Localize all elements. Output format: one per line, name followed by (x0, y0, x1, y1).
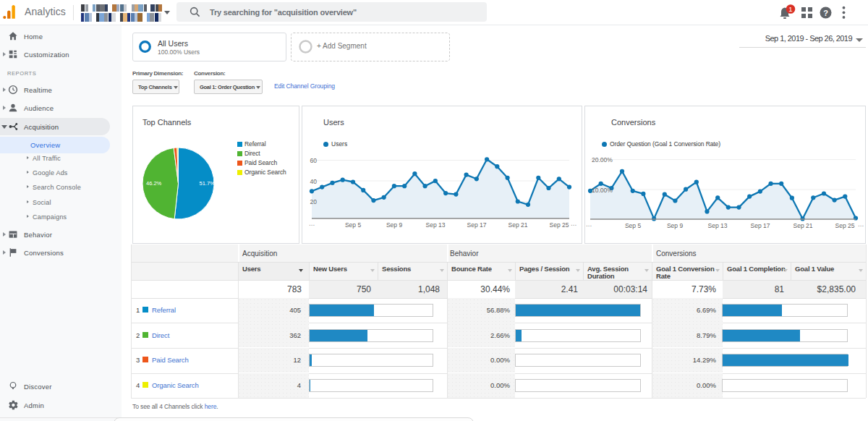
svg-text:?: ? (823, 9, 828, 17)
svg-text:1: 1 (788, 5, 792, 13)
